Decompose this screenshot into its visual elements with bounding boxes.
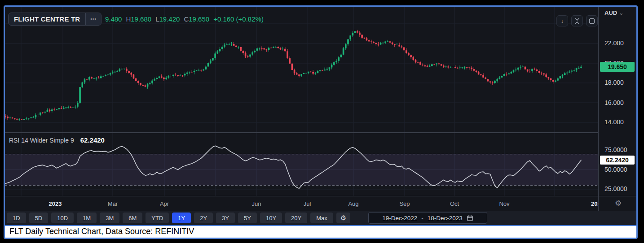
time-axis-label: Jul [304, 200, 311, 207]
ticker-menu-dots-icon[interactable]: ••• [85, 13, 101, 25]
period-button-ytd[interactable]: YTD [146, 213, 169, 223]
high-value: 19.680 [131, 15, 151, 23]
time-axis-label: Jun [252, 200, 261, 207]
toolbar-settings-gear-icon[interactable]: ⚙ [336, 213, 350, 223]
open-value: 9.480 [105, 15, 122, 23]
time-axis-label: 2023 [49, 200, 62, 207]
rsi-current-value: 62.2420 [80, 136, 105, 144]
time-axis-label: Apr [160, 200, 169, 207]
price-chart-canvas[interactable]: FLIGHT CENTRE TR ••• 9.480 H19.680 L19.4… [5, 7, 598, 132]
close-value: 19.650 [189, 15, 209, 23]
price-axis-tick: 22.000 [604, 39, 624, 47]
chart-window: FLIGHT CENTRE TR ••• 9.480 H19.680 L19.4… [4, 5, 638, 239]
figure-caption: FLT Daily Technical Chart, Data Source: … [5, 225, 636, 238]
time-axis-label: Oct [450, 200, 459, 207]
download-icon[interactable]: ↓ [556, 15, 568, 26]
ticker-name: FLIGHT CENTRE TR [9, 15, 85, 23]
ticker-pill[interactable]: FLIGHT CENTRE TR ••• [8, 13, 101, 26]
period-button-1d[interactable]: 1D [7, 213, 26, 223]
time-axis-label: Aug [348, 200, 358, 207]
time-axis-label: 2024 [591, 200, 598, 207]
rsi-axis-tick: 50.0000 [604, 166, 627, 173]
period-button-10y[interactable]: 10Y [260, 213, 282, 223]
rsi-indicator-title: RSI 14 Wilder Simple 9 [9, 137, 74, 144]
screenshot-root: FLIGHT CENTRE TR ••• 9.480 H19.680 L19.4… [0, 0, 644, 243]
rsi-chart-canvas[interactable]: RSI 14 Wilder Simple 9 62.2420 [5, 132, 598, 196]
close-label: C [184, 15, 189, 23]
price-axis-tick: 14.000 [604, 118, 624, 126]
period-button-max[interactable]: Max [310, 213, 333, 223]
period-toolbar: 1D5D10D1M3M6MYTD1Y2Y3Y5Y10Y20YMax ⚙ 19-D… [5, 211, 636, 225]
low-label: L [155, 15, 159, 23]
change-value: +0.160 (+0.82%) [213, 15, 264, 23]
price-axis-column[interactable]: AUD ⌄ 22.00020.00018.00016.00014.00019.6… [598, 7, 636, 211]
currency-dropdown[interactable]: AUD ⌄ [604, 9, 623, 16]
rsi-axis-tick: 25.0000 [604, 185, 627, 192]
last-price-badge: 19.650 [600, 62, 635, 72]
time-axis-label: Sep [399, 200, 410, 207]
date-separator: - [421, 215, 423, 221]
time-axis[interactable]: 2023MarAprJunJulAugSepOctNov2024 ⚙ [5, 196, 636, 211]
period-button-20y[interactable]: 20Y [285, 213, 307, 223]
rsi-value-badge: 62.2420 [600, 156, 635, 165]
period-button-10d[interactable]: 10D [51, 213, 74, 223]
period-button-5y[interactable]: 5Y [238, 213, 257, 223]
currency-label: AUD [604, 9, 617, 16]
chevron-down-icon: ⌄ [619, 10, 623, 16]
date-from: 19-Dec-2022 [382, 215, 417, 221]
time-axis-label: Mar [108, 200, 118, 207]
period-button-1y[interactable]: 1Y [172, 213, 191, 223]
period-button-1m[interactable]: 1M [77, 213, 97, 223]
high-label: H [126, 15, 131, 23]
collapse-pane-icon[interactable] [571, 15, 583, 26]
price-axis-tick: 18.000 [604, 79, 624, 86]
period-button-5d[interactable]: 5D [29, 213, 49, 223]
period-button-3y[interactable]: 3Y [216, 213, 235, 223]
fullscreen-icon[interactable] [586, 15, 598, 26]
period-button-6m[interactable]: 6M [123, 213, 142, 223]
date-range-picker[interactable]: 19-Dec-2022 - 18-Dec-2023 [368, 212, 487, 224]
axis-settings-gear-icon[interactable]: ⚙ [615, 199, 622, 208]
low-value: 19.420 [159, 15, 180, 23]
period-button-2y[interactable]: 2Y [194, 213, 213, 223]
date-to: 18-Dec-2023 [428, 215, 463, 221]
pane-action-buttons: ↓ [556, 15, 598, 26]
ohlc-readout: 9.480 H19.680 L19.420 C19.650 +0.160 (+0… [105, 15, 264, 23]
time-axis-label: Nov [499, 200, 509, 207]
period-button-3m[interactable]: 3M [100, 213, 119, 223]
calendar-icon [467, 215, 473, 221]
rsi-axis-tick: 75.0000 [604, 146, 627, 153]
price-axis-tick: 16.000 [604, 99, 624, 106]
